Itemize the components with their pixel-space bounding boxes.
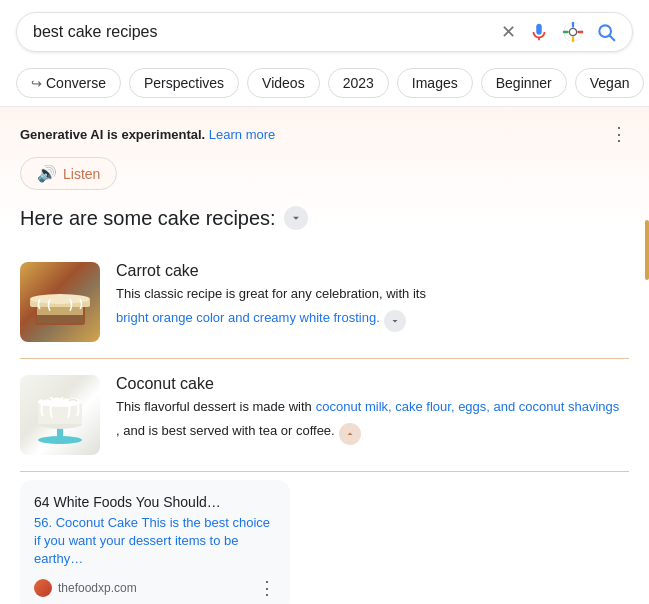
tab-videos-label: Videos bbox=[262, 75, 305, 91]
scrollbar-indicator bbox=[645, 220, 649, 280]
svg-rect-5 bbox=[37, 307, 83, 315]
listen-label: Listen bbox=[63, 166, 100, 182]
ai-notice-link[interactable]: Learn more bbox=[209, 127, 275, 142]
ai-notice: Generative AI is experimental. Learn mor… bbox=[20, 123, 629, 145]
recipe-desc-carrot: This classic recipe is great for any cel… bbox=[116, 284, 629, 332]
heading-dropdown-button[interactable] bbox=[284, 206, 308, 230]
tab-vegan-label: Vegan bbox=[590, 75, 630, 91]
tab-perspectives-label: Perspectives bbox=[144, 75, 224, 91]
tab-beginner[interactable]: Beginner bbox=[481, 68, 567, 98]
main-content: Generative AI is experimental. Learn mor… bbox=[0, 107, 649, 604]
source-card: 64 White Foods You Should… 56. Coconut C… bbox=[20, 480, 290, 604]
source-card-body: 56. Coconut Cake This is the best choice… bbox=[34, 514, 276, 569]
converse-arrow-icon: ↪ bbox=[31, 76, 42, 91]
carrot-desc-plain: This classic recipe is great for any cel… bbox=[116, 284, 426, 304]
search-input[interactable] bbox=[33, 23, 491, 41]
source-card-link[interactable]: Coconut Cake bbox=[56, 515, 138, 530]
coconut-desc-plain: This flavorful dessert is made with bbox=[116, 397, 312, 417]
tab-converse-label: Converse bbox=[46, 75, 106, 91]
tab-vegan[interactable]: Vegan bbox=[575, 68, 645, 98]
source-card-title: 64 White Foods You Should… bbox=[34, 494, 276, 510]
speaker-icon: 🔊 bbox=[37, 164, 57, 183]
recipe-title-carrot: Carrot cake bbox=[116, 262, 629, 280]
coconut-desc-plain2: , and is best served with tea or coffee. bbox=[116, 421, 335, 441]
svg-rect-6 bbox=[37, 315, 83, 323]
chevron-down-icon bbox=[289, 211, 303, 225]
recipe-card-carrot: Carrot cake This classic recipe is great… bbox=[20, 246, 629, 359]
source-footer: thefoodxp.com ⋮ bbox=[34, 577, 276, 599]
coconut-desc-collapse-button[interactable] bbox=[339, 423, 361, 445]
tab-images-label: Images bbox=[412, 75, 458, 91]
recipe-desc-coconut: This flavorful dessert is made with coco… bbox=[116, 397, 629, 445]
recipe-info-carrot: Carrot cake This classic recipe is great… bbox=[116, 262, 629, 342]
search-bar-container: ✕ bbox=[0, 0, 649, 62]
tab-converse[interactable]: ↪ Converse bbox=[16, 68, 121, 98]
listen-button[interactable]: 🔊 Listen bbox=[20, 157, 117, 190]
section-heading-text: Here are some cake recipes: bbox=[20, 207, 276, 230]
tab-images[interactable]: Images bbox=[397, 68, 473, 98]
recipe-title-coconut: Coconut cake bbox=[116, 375, 629, 393]
tab-2023[interactable]: 2023 bbox=[328, 68, 389, 98]
source-more-icon[interactable]: ⋮ bbox=[258, 577, 276, 599]
recipe-image-coconut bbox=[20, 375, 100, 455]
recipe-card-coconut: Coconut cake This flavorful dessert is m… bbox=[20, 359, 629, 472]
lens-icon[interactable] bbox=[562, 21, 584, 43]
svg-line-3 bbox=[610, 36, 615, 41]
recipe-info-coconut: Coconut cake This flavorful dessert is m… bbox=[116, 375, 629, 455]
search-bar: ✕ bbox=[16, 12, 633, 52]
search-icon[interactable] bbox=[596, 22, 616, 42]
tab-2023-label: 2023 bbox=[343, 75, 374, 91]
coconut-desc-highlight: coconut milk, cake flour, eggs, and coco… bbox=[316, 397, 620, 417]
carrot-desc-highlight: bright orange color and creamy white fro… bbox=[116, 308, 380, 328]
ai-notice-bold: Generative AI is experimental. bbox=[20, 127, 205, 142]
source-card-numbered: 56. bbox=[34, 515, 52, 530]
tab-perspectives[interactable]: Perspectives bbox=[129, 68, 239, 98]
clear-icon[interactable]: ✕ bbox=[501, 21, 516, 43]
ai-notice-text: Generative AI is experimental. Learn mor… bbox=[20, 127, 275, 142]
filter-tabs: ↪ Converse Perspectives Videos 2023 Imag… bbox=[0, 62, 649, 107]
search-icon-group: ✕ bbox=[501, 21, 616, 43]
ai-notice-more-icon[interactable]: ⋮ bbox=[610, 123, 629, 145]
section-heading: Here are some cake recipes: bbox=[20, 206, 629, 230]
site-name: thefoodxp.com bbox=[58, 581, 137, 595]
tab-beginner-label: Beginner bbox=[496, 75, 552, 91]
tab-videos[interactable]: Videos bbox=[247, 68, 320, 98]
recipe-image-carrot bbox=[20, 262, 100, 342]
site-favicon bbox=[34, 579, 52, 597]
mic-icon[interactable] bbox=[528, 21, 550, 43]
svg-point-1 bbox=[569, 28, 576, 35]
carrot-desc-expand-button[interactable] bbox=[384, 310, 406, 332]
coconut-cake-image bbox=[20, 375, 100, 455]
carrot-cake-image bbox=[20, 262, 100, 342]
source-site: thefoodxp.com bbox=[34, 579, 137, 597]
